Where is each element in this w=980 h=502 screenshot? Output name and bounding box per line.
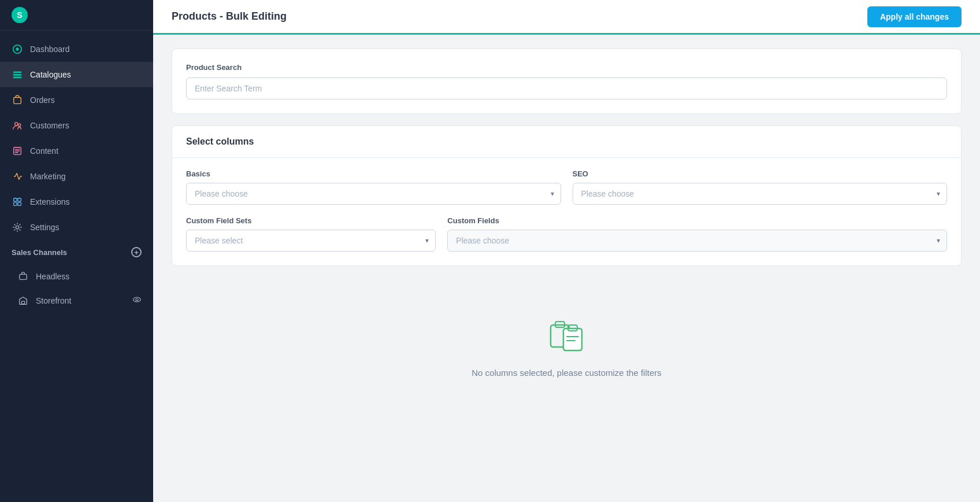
orders-icon [12, 94, 23, 106]
sidebar-item-label: Extensions [30, 197, 69, 206]
custom-field-sets-field: Custom Field Sets Please select ▾ [186, 216, 436, 252]
topbar: Products - Bulk Editing Apply all change… [153, 0, 980, 35]
svg-rect-9 [14, 198, 17, 201]
sidebar-item-label: Marketing [30, 172, 65, 181]
logo-icon: S [12, 7, 28, 23]
sidebar-item-settings[interactable]: Settings [0, 215, 153, 240]
custom-fields-select[interactable]: Please choose [447, 230, 947, 252]
sidebar-item-label: Customers [30, 121, 69, 130]
svg-rect-2 [13, 72, 21, 73]
content-area: Product Search Select columns Basics Ple… [153, 35, 980, 502]
product-search-card: Product Search [172, 49, 962, 114]
sidebar-logo: S [0, 0, 153, 31]
search-input[interactable] [186, 77, 947, 99]
basics-field: Basics Please choose ▾ [186, 169, 561, 205]
sidebar-item-dashboard[interactable]: Dashboard [0, 36, 153, 62]
seo-field: SEO Please choose ▾ [573, 169, 948, 205]
basics-label: Basics [186, 169, 561, 178]
svg-point-1 [16, 47, 18, 50]
basics-select-wrapper: Please choose ▾ [186, 183, 561, 205]
product-search-label: Product Search [186, 63, 947, 72]
seo-select-wrapper: Please choose ▾ [573, 183, 948, 205]
select-columns-card: Select columns Basics Please choose ▾ SE… [172, 126, 962, 266]
dashboard-icon [12, 43, 23, 55]
svg-rect-3 [13, 74, 21, 76]
svg-rect-12 [18, 202, 21, 205]
marketing-icon [12, 171, 23, 182]
sidebar-item-orders[interactable]: Orders [0, 87, 153, 113]
seo-select[interactable]: Please choose [573, 183, 948, 205]
sidebar-item-label: Storefront [36, 296, 71, 305]
sidebar-item-label: Content [30, 146, 58, 156]
sales-channels-label: Sales Channels [12, 248, 67, 257]
empty-state: No columns selected, please customize th… [172, 278, 962, 412]
svg-rect-20 [563, 328, 582, 350]
page-title: Products - Bulk Editing [172, 10, 287, 23]
storefront-visibility-icon[interactable] [132, 295, 142, 307]
custom-fields-field: Custom Fields Please choose ▾ [447, 216, 947, 252]
columns-grid-top: Basics Please choose ▾ SEO Please choose [186, 169, 947, 205]
sidebar-item-label: Headless [36, 272, 69, 281]
sidebar-item-customers[interactable]: Customers [0, 113, 153, 138]
svg-rect-10 [18, 198, 21, 201]
sidebar-item-storefront[interactable]: Storefront [0, 289, 153, 313]
sidebar-item-label: Catalogues [30, 70, 71, 79]
basics-select[interactable]: Please choose [186, 183, 561, 205]
select-columns-title: Select columns [172, 126, 961, 158]
sidebar-item-label: Orders [30, 95, 55, 105]
svg-point-7 [18, 124, 20, 127]
sidebar-item-label: Settings [30, 223, 60, 232]
sidebar-item-headless[interactable]: Headless [0, 264, 153, 289]
svg-point-16 [133, 297, 141, 302]
custom-field-sets-select-wrapper: Please select ▾ [186, 230, 436, 252]
sidebar-item-label: Dashboard [30, 45, 70, 54]
sidebar-item-extensions[interactable]: Extensions [0, 189, 153, 215]
sidebar-item-marketing[interactable]: Marketing [0, 164, 153, 189]
catalogues-icon [12, 69, 23, 80]
custom-fields-select-wrapper: Please choose ▾ [447, 230, 947, 252]
sales-channels-header[interactable]: Sales Channels + [0, 240, 153, 264]
custom-fields-label: Custom Fields [447, 216, 947, 225]
headless-icon [17, 271, 29, 282]
content-icon [12, 145, 23, 157]
storefront-icon [17, 295, 29, 307]
customers-icon [12, 120, 23, 131]
empty-state-icon [546, 312, 588, 356]
svg-point-13 [16, 226, 18, 228]
svg-rect-5 [14, 98, 21, 104]
empty-state-text: No columns selected, please customize th… [472, 368, 661, 378]
add-sales-channel-icon[interactable]: + [131, 247, 142, 257]
sidebar-item-content[interactable]: Content [0, 138, 153, 164]
svg-rect-14 [20, 274, 27, 279]
sidebar-item-catalogues[interactable]: Catalogues [0, 62, 153, 87]
seo-label: SEO [573, 169, 948, 178]
columns-grid-bottom: Custom Field Sets Please select ▾ Custom… [186, 216, 947, 252]
svg-rect-4 [13, 77, 21, 79]
sidebar-nav: Dashboard Catalogues Orders Customers Co [0, 31, 153, 502]
extensions-icon [12, 196, 23, 208]
settings-icon [12, 222, 23, 233]
custom-field-sets-label: Custom Field Sets [186, 216, 436, 225]
svg-rect-15 [21, 301, 24, 304]
sidebar: S Dashboard Catalogues Orders Cust [0, 0, 153, 502]
custom-field-sets-select[interactable]: Please select [186, 230, 436, 252]
svg-point-6 [15, 123, 18, 126]
apply-all-changes-button[interactable]: Apply all changes [867, 6, 962, 27]
svg-point-17 [136, 298, 138, 301]
main-area: Products - Bulk Editing Apply all change… [153, 0, 980, 502]
svg-rect-11 [14, 202, 17, 205]
